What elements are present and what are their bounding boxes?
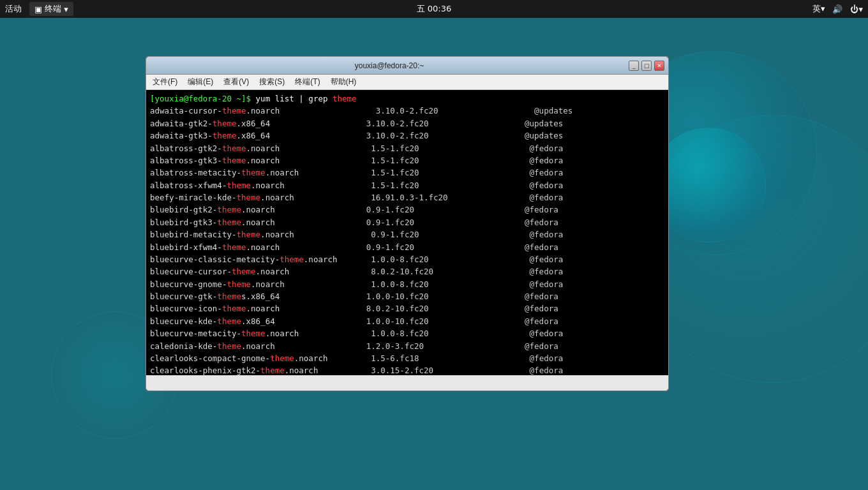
pkg-row-7: albatross-xfwm4-theme.noarch 1.5-1.fc20 …	[150, 179, 664, 191]
pkg-row-22: clearlooks-phenix-gtk2-theme.noarch 3.0.…	[150, 364, 664, 375]
pkg-row-16: bluecurve-gtk-themes.x86_64 1.0.0-10.fc2…	[150, 290, 664, 302]
pkg-row-18: bluecurve-kde-theme.x86_64 1.0.0-10.fc20…	[150, 315, 664, 327]
topbar-right: 英▾ 🔊 ⏻▾	[812, 3, 863, 15]
terminal-dropdown-arrow: ▾	[64, 4, 68, 14]
volume-icon[interactable]: 🔊	[832, 4, 842, 14]
pkg-row-15: bluecurve-gnome-theme.noarch 1.0.0-8.fc2…	[150, 278, 664, 290]
pkg-row-17: bluecurve-icon-theme.noarch 8.0.2-10.fc2…	[150, 302, 664, 315]
title-bar: youxia@fedora-20:~ _ □ ✕	[146, 57, 668, 75]
menu-view[interactable]: 查看(V)	[220, 75, 253, 89]
minimize-button[interactable]: _	[629, 61, 639, 71]
status-bar	[146, 375, 668, 390]
pkg-row-9: bluebird-gtk2-theme.noarch 0.9-1.fc20 @f…	[150, 204, 664, 216]
pkg-row-3: adwaita-gtk3-theme.x86_64 3.10.0-2.fc20 …	[150, 130, 664, 142]
window-controls: _ □ ✕	[629, 61, 664, 71]
pkg-row-2: adwaita-gtk2-theme.x86_64 3.10.0-2.fc20 …	[150, 117, 664, 130]
window-title: youxia@fedora-20:~	[150, 61, 629, 70]
power-icon[interactable]: ⏻▾	[850, 4, 863, 14]
pkg-row-1: adwaita-cursor-theme.noarch 3.10.0-2.fc2…	[150, 105, 664, 117]
maximize-button[interactable]: □	[641, 61, 652, 71]
activities-button[interactable]: 活动	[5, 3, 22, 15]
terminal-icon: ▣	[34, 4, 42, 14]
topbar-left: 活动 ▣ 终端 ▾	[5, 2, 73, 16]
menu-file[interactable]: 文件(F)	[149, 75, 181, 89]
terminal-taskbar-item[interactable]: ▣ 终端 ▾	[29, 2, 73, 16]
pkg-row-14: bluecurve-cursor-theme.noarch 8.0.2-10.f…	[150, 265, 664, 278]
menu-terminal[interactable]: 终端(T)	[291, 75, 324, 89]
pkg-row-10: bluebird-gtk3-theme.noarch 0.9-1.fc20 @f…	[150, 216, 664, 228]
pkg-row-5: albatross-gtk3-theme.noarch 1.5-1.fc20 @…	[150, 154, 664, 167]
pkg-row-20: caledonia-kde-theme.noarch 1.2.0-3.fc20 …	[150, 340, 664, 352]
pkg-row-4: albatross-gtk2-theme.noarch 1.5-1.fc20 @…	[150, 142, 664, 154]
pkg-row-8: beefy-miracle-kde-theme.noarch 16.91.0.3…	[150, 191, 664, 204]
language-indicator[interactable]: 英▾	[812, 3, 825, 15]
terminal-label: 终端	[45, 3, 61, 15]
pkg-row-6: albatross-metacity-theme.noarch 1.5-1.fc…	[150, 167, 664, 179]
pkg-row-12: bluebird-xfwm4-theme.noarch 0.9-1.fc20 @…	[150, 241, 664, 253]
close-button[interactable]: ✕	[654, 61, 664, 71]
pkg-row-21: clearlooks-compact-gnome-theme.noarch 1.…	[150, 352, 664, 364]
command-line: [youxia@fedora-20 ~]$ yum list | grep th…	[150, 93, 664, 105]
terminal-content[interactable]: [youxia@fedora-20 ~]$ yum list | grep th…	[146, 90, 668, 375]
menu-edit[interactable]: 编辑(E)	[184, 75, 217, 89]
topbar: 活动 ▣ 终端 ▾ 五 00:36 英▾ 🔊 ⏻▾	[0, 0, 868, 18]
menu-search[interactable]: 搜索(S)	[255, 75, 288, 89]
pkg-row-11: bluebird-metacity-theme.noarch 0.9-1.fc2…	[150, 228, 664, 241]
terminal-window: youxia@fedora-20:~ _ □ ✕ 文件(F) 编辑(E) 查看(…	[146, 56, 669, 391]
menu-bar: 文件(F) 编辑(E) 查看(V) 搜索(S) 终端(T) 帮助(H)	[146, 75, 668, 90]
pkg-row-19: bluecurve-metacity-theme.noarch 1.0.0-8.…	[150, 327, 664, 339]
topbar-datetime: 五 00:36	[417, 3, 452, 15]
menu-help[interactable]: 帮助(H)	[327, 75, 361, 89]
pkg-row-13: bluecurve-classic-metacity-theme.noarch …	[150, 253, 664, 265]
